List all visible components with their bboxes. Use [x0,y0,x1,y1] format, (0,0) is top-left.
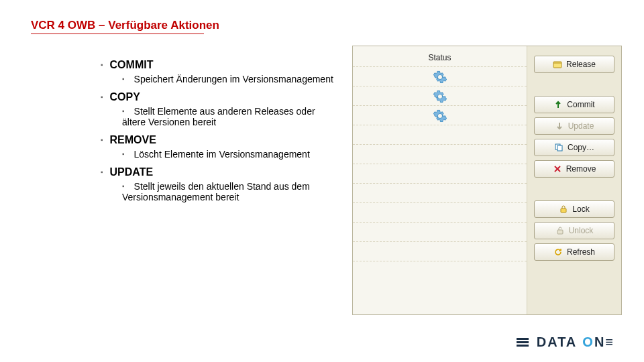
update-button[interactable]: Update [534,117,614,135]
title-subject: Verfügbare Aktionen [108,19,219,32]
status-row [353,183,527,202]
logo-mark [517,338,529,347]
remove-icon [553,164,562,174]
status-row [353,66,527,86]
action-update-desc: Stellt jeweils den aktuellen Stand aus d… [122,181,335,202]
status-row [353,261,527,280]
lock-icon [559,204,568,214]
lock-button[interactable]: Lock [534,200,614,218]
commit-icon [553,100,563,109]
refresh-button[interactable]: Refresh [534,243,614,261]
tool-panel: Status [352,46,622,315]
copy-label: Copy… [568,143,594,152]
slide-title: VCR 4 OWB – Verfügbare Aktionen [31,19,219,32]
action-copy-desc: Stellt Elemente aus anderen Releases ode… [122,106,335,127]
svg-rect-4 [557,230,563,234]
svg-rect-3 [561,208,566,213]
action-remove-header: REMOVE [101,134,335,146]
button-column: Release Commit Update Copy… [527,46,621,314]
status-header: Status [353,46,527,66]
title-dash: – [95,19,108,32]
title-prefix: VCR 4 OWB [31,19,95,32]
action-update-header: UPDATE [101,166,335,178]
commit-button[interactable]: Commit [534,96,614,113]
status-row [353,105,527,125]
svg-rect-2 [557,145,562,151]
release-icon [553,60,562,69]
status-column: Status [353,46,527,314]
logo-text-2: ON≡ [582,335,614,350]
content-area: COMMIT Speichert Änderungen im Versionsm… [101,54,335,209]
remove-label: Remove [566,164,596,174]
gear-icon [432,88,448,105]
gear-icon [432,108,448,124]
status-row [353,144,527,164]
status-row [353,202,527,222]
status-row [353,222,527,241]
copy-icon [554,143,564,152]
refresh-label: Refresh [567,247,595,257]
action-commit-header: COMMIT [101,59,335,71]
action-commit-desc: Speichert Änderungen im Versionsmanageme… [122,74,335,84]
gear-icon [432,69,448,85]
release-button[interactable]: Release [534,56,614,73]
unlock-icon [555,226,565,235]
update-icon [555,121,564,131]
status-row [353,164,527,183]
svg-rect-0 [553,62,561,68]
copy-button[interactable]: Copy… [534,139,614,156]
action-remove-desc: Löscht Elemente im Versionsmanagement [122,149,335,160]
remove-button[interactable]: Remove [534,160,614,178]
update-label: Update [568,121,594,131]
lock-label: Lock [572,204,589,214]
refresh-icon [553,247,563,257]
status-row [353,125,527,144]
title-underline [31,34,204,34]
unlock-label: Unlock [569,226,594,235]
logo: DATA ON≡ [517,335,614,350]
action-copy-header: COPY [101,91,335,103]
status-row [353,86,527,105]
status-row [353,241,527,261]
button-gap [534,182,614,196]
slide: VCR 4 OWB – Verfügbare Aktionen COMMIT S… [0,0,644,362]
unlock-button[interactable]: Unlock [534,222,614,239]
release-label: Release [566,60,596,69]
logo-text-1: DATA [537,335,578,350]
button-gap [534,77,614,92]
commit-label: Commit [567,100,594,109]
